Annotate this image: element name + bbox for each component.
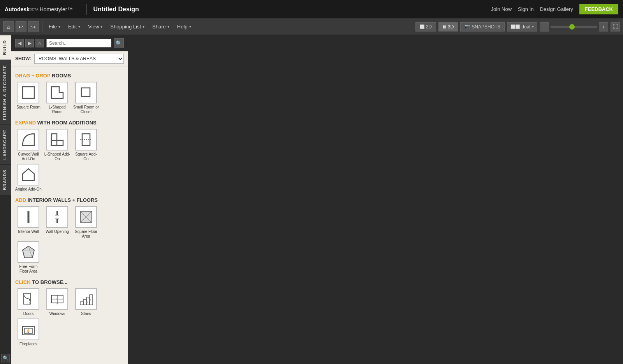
show-select[interactable]: ROOMS, WALLS & AREAS FLOOR PLAN 3D VIEW bbox=[34, 54, 124, 64]
doors-item[interactable]: Doors bbox=[15, 288, 42, 316]
l-shaped-room-item[interactable]: L-Shaped Room bbox=[44, 82, 70, 114]
svg-rect-133 bbox=[86, 297, 90, 305]
curved-wall-icon bbox=[18, 129, 39, 150]
file-arrow: ▾ bbox=[58, 24, 60, 29]
angled-add-on-icon bbox=[18, 164, 39, 186]
feedback-button[interactable]: FEEDBACK bbox=[579, 4, 618, 14]
free-form-floor-item[interactable]: Free-Form Floor Area bbox=[15, 241, 42, 274]
zoom-out-button[interactable]: − bbox=[540, 22, 549, 32]
side-tab-spacer bbox=[0, 195, 11, 352]
autodesk-text: Autodesk bbox=[5, 6, 30, 12]
help-menu[interactable]: Help ▾ bbox=[174, 21, 194, 32]
small-room-label: Small Room or Closet bbox=[73, 105, 99, 114]
svg-rect-131 bbox=[80, 302, 83, 305]
square-floor-label: Square Floor Area bbox=[73, 229, 99, 239]
file-menu[interactable]: File ▾ bbox=[46, 21, 63, 32]
additions-section-title: EXPAND WITH ROOM ADDITIONS bbox=[15, 120, 124, 126]
share-menu[interactable]: Share ▾ bbox=[149, 21, 172, 32]
square-room-label: Square Room bbox=[16, 105, 40, 110]
landscape-tab[interactable]: LANDSCAPE bbox=[0, 124, 11, 164]
zoom-thumb[interactable] bbox=[569, 24, 575, 30]
square-room-icon bbox=[18, 82, 39, 103]
product-name: Homestyler™ bbox=[40, 6, 73, 12]
beta-badge: BETA bbox=[30, 7, 39, 11]
zoom-in-button[interactable]: + bbox=[599, 22, 608, 32]
furnish-decorate-tab[interactable]: FURNISH & DECORATE bbox=[0, 60, 11, 125]
undo-button[interactable]: ↩ bbox=[16, 21, 26, 32]
redo-button[interactable]: ↪ bbox=[28, 21, 39, 32]
join-now-link[interactable]: Join Now bbox=[491, 6, 512, 12]
square-floor-item[interactable]: Square Floor Area bbox=[73, 206, 99, 239]
wall-opening-label: Wall Opening bbox=[46, 229, 69, 234]
panel-search-input[interactable] bbox=[46, 39, 111, 47]
fireplaces-icon bbox=[18, 318, 39, 340]
svg-rect-107 bbox=[51, 134, 57, 145]
angled-add-on-label: Angled Add-On bbox=[15, 187, 42, 192]
free-form-floor-label: Free-Form Floor Area bbox=[15, 264, 42, 274]
l-shaped-room-label: L-Shaped Room bbox=[44, 105, 70, 114]
l-add-on-item[interactable]: L-Shaped Add-On bbox=[44, 129, 70, 161]
stairs-item[interactable]: Stairs bbox=[73, 288, 99, 316]
logo-divider bbox=[86, 4, 87, 15]
angled-add-on-item[interactable]: Angled Add-On bbox=[15, 164, 42, 192]
brands-tab[interactable]: BRANDS bbox=[0, 164, 11, 195]
doors-icon bbox=[18, 288, 39, 310]
interior-wall-item[interactable]: Interior Wall bbox=[15, 206, 42, 239]
right-panel: ◀ ▶ ⌂ 🔍 SHOW: ROOMS, WALLS & AREAS FLOOR… bbox=[11, 35, 128, 364]
curved-wall-item[interactable]: Curved Wall Add-On bbox=[15, 129, 42, 161]
snapshots-button[interactable]: 📷 SNAPSHOTS bbox=[460, 22, 505, 32]
l-add-on-icon bbox=[46, 129, 68, 150]
walls-section-title: ADD INTERIOR WALLS + FLOORS bbox=[15, 197, 124, 203]
2d-view-button[interactable]: ⬜ 2D bbox=[415, 22, 436, 32]
main-area: ↺ ↻ ▲ ▼ ◀ ▶ ✛ bbox=[0, 35, 623, 364]
panel-search-button[interactable]: 🔍 bbox=[114, 38, 124, 48]
panel-content: DRAG + DROP ROOMS Square Room bbox=[11, 66, 128, 364]
show-bar: SHOW: ROOMS, WALLS & AREAS FLOOR PLAN 3D… bbox=[11, 51, 128, 66]
panel-nav: ◀ ▶ ⌂ bbox=[15, 39, 44, 47]
home-button[interactable]: ⌂ bbox=[3, 21, 14, 32]
dual-button[interactable]: ⬜⬜ dual ▾ bbox=[507, 22, 537, 32]
svg-rect-104 bbox=[23, 87, 34, 98]
sign-in-link[interactable]: Sign In bbox=[518, 6, 533, 12]
browse-grid: Doors Windows bbox=[15, 288, 124, 346]
design-gallery-link[interactable]: Design Gallery bbox=[540, 6, 573, 12]
view-menu[interactable]: View ▾ bbox=[85, 21, 106, 32]
zoom-controls: − + bbox=[540, 22, 608, 32]
panel-forward-button[interactable]: ▶ bbox=[25, 39, 34, 47]
shopping-list-menu[interactable]: Shopping List ▾ bbox=[107, 21, 148, 32]
small-room-item[interactable]: Small Room or Closet bbox=[73, 82, 99, 114]
fireplaces-item[interactable]: Fireplaces bbox=[15, 318, 42, 346]
panel-back-button[interactable]: ◀ bbox=[15, 39, 24, 47]
3d-view-button[interactable]: ▦ 3D bbox=[438, 22, 458, 32]
windows-label: Windows bbox=[49, 312, 65, 316]
curved-wall-label: Curved Wall Add-On bbox=[15, 152, 42, 161]
side-search-button[interactable]: 🔍 bbox=[1, 354, 10, 362]
stairs-label: Stairs bbox=[81, 312, 91, 316]
wall-opening-item[interactable]: Wall Opening bbox=[44, 206, 70, 239]
l-shaped-room-icon bbox=[46, 82, 68, 103]
windows-item[interactable]: Windows bbox=[44, 288, 70, 316]
top-bar: Autodesk BETA Homestyler™ Untitled Desig… bbox=[0, 0, 623, 19]
build-tab[interactable]: BUILD bbox=[0, 35, 11, 60]
edit-menu[interactable]: Edit ▾ bbox=[65, 21, 83, 32]
doors-label: Doors bbox=[23, 312, 34, 316]
zoom-slider[interactable] bbox=[551, 26, 597, 28]
rooms-grid: Square Room L-Shaped Room bbox=[15, 82, 124, 114]
square-room-item[interactable]: Square Room bbox=[15, 82, 42, 114]
panel-home-button[interactable]: ⌂ bbox=[35, 39, 44, 47]
show-label: SHOW: bbox=[15, 56, 31, 61]
interior-wall-label: Interior Wall bbox=[18, 229, 39, 234]
toolbar-right: ⬜ 2D ▦ 3D 📷 SNAPSHOTS ⬜⬜ dual ▾ − + ⛶ bbox=[415, 22, 620, 32]
additions-grid: Curved Wall Add-On L-Shaped Add-On bbox=[15, 129, 124, 192]
edit-arrow: ▾ bbox=[78, 24, 80, 29]
svg-marker-120 bbox=[23, 246, 34, 258]
svg-point-129 bbox=[56, 298, 58, 300]
fullscreen-button[interactable]: ⛶ bbox=[611, 22, 620, 32]
interior-wall-icon bbox=[18, 206, 39, 228]
l-add-on-label: L-Shaped Add-On bbox=[44, 152, 70, 161]
windows-icon bbox=[46, 288, 68, 310]
square-add-on-item[interactable]: Square Add-On bbox=[73, 129, 99, 161]
free-form-floor-icon bbox=[18, 241, 39, 263]
svg-point-136 bbox=[89, 299, 91, 301]
design-title: Untitled Design bbox=[93, 6, 139, 13]
